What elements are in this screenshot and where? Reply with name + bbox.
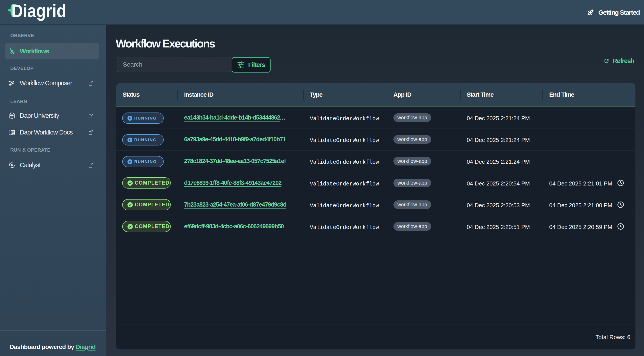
svg-text:Diagrid: Diagrid (12, 2, 66, 21)
